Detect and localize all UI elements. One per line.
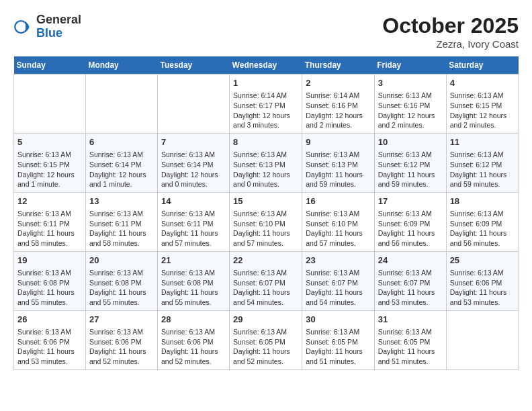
calendar-cell: 27Sunrise: 6:13 AM Sunset: 6:06 PM Dayli…	[85, 310, 157, 369]
day-number: 26	[17, 314, 82, 326]
day-header-wednesday: Wednesday	[230, 56, 302, 75]
day-info: Sunrise: 6:13 AM Sunset: 6:11 PM Dayligh…	[89, 209, 154, 248]
day-number: 11	[450, 136, 515, 148]
calendar-cell: 19Sunrise: 6:13 AM Sunset: 6:08 PM Dayli…	[14, 251, 86, 310]
day-info: Sunrise: 6:13 AM Sunset: 6:06 PM Dayligh…	[89, 327, 154, 367]
calendar-cell: 21Sunrise: 6:13 AM Sunset: 6:08 PM Dayli…	[157, 251, 229, 310]
calendar-week-4: 19Sunrise: 6:13 AM Sunset: 6:08 PM Dayli…	[14, 251, 519, 310]
day-number: 28	[161, 314, 226, 326]
day-number: 3	[378, 77, 443, 89]
calendar-table: SundayMondayTuesdayWednesdayThursdayFrid…	[13, 56, 519, 370]
day-header-saturday: Saturday	[446, 56, 518, 75]
calendar-week-2: 5Sunrise: 6:13 AM Sunset: 6:15 PM Daylig…	[14, 133, 519, 192]
day-number: 10	[378, 136, 443, 148]
day-number: 7	[161, 136, 226, 148]
calendar-cell: 29Sunrise: 6:13 AM Sunset: 6:05 PM Dayli…	[230, 310, 302, 369]
day-number: 19	[17, 255, 82, 267]
calendar-cell	[14, 75, 86, 134]
day-header-friday: Friday	[374, 56, 446, 75]
day-number: 2	[306, 77, 370, 89]
day-info: Sunrise: 6:13 AM Sunset: 6:07 PM Dayligh…	[306, 268, 370, 308]
day-info: Sunrise: 6:13 AM Sunset: 6:11 PM Dayligh…	[17, 209, 82, 248]
calendar-cell: 6Sunrise: 6:13 AM Sunset: 6:14 PM Daylig…	[85, 133, 157, 192]
logo-icon	[13, 17, 34, 37]
day-number: 1	[233, 77, 298, 89]
day-number: 15	[233, 195, 298, 208]
svg-point-0	[15, 21, 27, 33]
day-info: Sunrise: 6:13 AM Sunset: 6:13 PM Dayligh…	[306, 150, 370, 189]
day-number: 31	[378, 314, 443, 326]
day-info: Sunrise: 6:13 AM Sunset: 6:08 PM Dayligh…	[17, 268, 82, 308]
calendar-cell: 5Sunrise: 6:13 AM Sunset: 6:15 PM Daylig…	[14, 133, 86, 192]
day-number: 23	[306, 255, 370, 267]
day-info: Sunrise: 6:13 AM Sunset: 6:15 PM Dayligh…	[450, 91, 515, 130]
day-number: 21	[161, 255, 226, 267]
day-number: 5	[17, 136, 82, 148]
calendar-cell: 28Sunrise: 6:13 AM Sunset: 6:06 PM Dayli…	[157, 310, 229, 369]
calendar-cell: 11Sunrise: 6:13 AM Sunset: 6:12 PM Dayli…	[446, 133, 518, 192]
calendar-cell: 25Sunrise: 6:13 AM Sunset: 6:06 PM Dayli…	[446, 251, 518, 310]
calendar-cell: 9Sunrise: 6:13 AM Sunset: 6:13 PM Daylig…	[302, 133, 374, 192]
day-number: 25	[450, 255, 515, 267]
logo-text: General Blue	[36, 13, 81, 40]
day-info: Sunrise: 6:13 AM Sunset: 6:09 PM Dayligh…	[450, 209, 515, 248]
calendar-week-5: 26Sunrise: 6:13 AM Sunset: 6:06 PM Dayli…	[14, 310, 519, 369]
day-number: 29	[233, 314, 298, 326]
day-info: Sunrise: 6:13 AM Sunset: 6:08 PM Dayligh…	[161, 268, 226, 308]
calendar-cell: 17Sunrise: 6:13 AM Sunset: 6:09 PM Dayli…	[374, 192, 446, 251]
day-number: 22	[233, 255, 298, 267]
calendar-cell	[85, 75, 157, 134]
logo: General Blue	[13, 13, 81, 40]
calendar-cell: 30Sunrise: 6:13 AM Sunset: 6:05 PM Dayli…	[302, 310, 374, 369]
day-info: Sunrise: 6:13 AM Sunset: 6:08 PM Dayligh…	[89, 268, 154, 308]
calendar-cell: 4Sunrise: 6:13 AM Sunset: 6:15 PM Daylig…	[446, 75, 518, 134]
calendar-cell: 12Sunrise: 6:13 AM Sunset: 6:11 PM Dayli…	[14, 192, 86, 251]
day-number: 14	[161, 195, 226, 208]
day-number: 8	[233, 136, 298, 148]
calendar-cell: 8Sunrise: 6:13 AM Sunset: 6:13 PM Daylig…	[230, 133, 302, 192]
calendar-cell: 1Sunrise: 6:14 AM Sunset: 6:17 PM Daylig…	[230, 75, 302, 134]
day-info: Sunrise: 6:13 AM Sunset: 6:15 PM Dayligh…	[17, 150, 82, 189]
calendar-cell: 20Sunrise: 6:13 AM Sunset: 6:08 PM Dayli…	[85, 251, 157, 310]
day-number: 18	[450, 195, 515, 208]
day-number: 27	[89, 314, 154, 326]
location: Zezra, Ivory Coast	[382, 38, 519, 50]
calendar-cell: 22Sunrise: 6:13 AM Sunset: 6:07 PM Dayli…	[230, 251, 302, 310]
day-number: 30	[306, 314, 370, 326]
day-info: Sunrise: 6:14 AM Sunset: 6:16 PM Dayligh…	[306, 91, 370, 130]
month-title: October 2025	[382, 13, 519, 38]
day-header-monday: Monday	[85, 56, 157, 75]
calendar-cell: 26Sunrise: 6:13 AM Sunset: 6:06 PM Dayli…	[14, 310, 86, 369]
calendar-cell: 24Sunrise: 6:13 AM Sunset: 6:07 PM Dayli…	[374, 251, 446, 310]
day-info: Sunrise: 6:13 AM Sunset: 6:12 PM Dayligh…	[450, 150, 515, 189]
day-number: 13	[89, 195, 154, 208]
calendar-cell: 23Sunrise: 6:13 AM Sunset: 6:07 PM Dayli…	[302, 251, 374, 310]
day-info: Sunrise: 6:13 AM Sunset: 6:14 PM Dayligh…	[161, 150, 226, 189]
logo-blue: Blue	[36, 27, 81, 40]
day-info: Sunrise: 6:14 AM Sunset: 6:17 PM Dayligh…	[233, 91, 298, 130]
calendar-cell: 14Sunrise: 6:13 AM Sunset: 6:11 PM Dayli…	[157, 192, 229, 251]
day-info: Sunrise: 6:13 AM Sunset: 6:11 PM Dayligh…	[161, 209, 226, 248]
day-info: Sunrise: 6:13 AM Sunset: 6:06 PM Dayligh…	[450, 268, 515, 308]
calendar-cell: 15Sunrise: 6:13 AM Sunset: 6:10 PM Dayli…	[230, 192, 302, 251]
month-info: October 2025 Zezra, Ivory Coast	[382, 13, 519, 50]
day-number: 12	[17, 195, 82, 208]
calendar-cell: 10Sunrise: 6:13 AM Sunset: 6:12 PM Dayli…	[374, 133, 446, 192]
calendar-cell: 2Sunrise: 6:14 AM Sunset: 6:16 PM Daylig…	[302, 75, 374, 134]
day-number: 16	[306, 195, 370, 208]
day-number: 9	[306, 136, 370, 148]
day-info: Sunrise: 6:13 AM Sunset: 6:12 PM Dayligh…	[378, 150, 443, 189]
day-number: 24	[378, 255, 443, 267]
calendar-cell: 31Sunrise: 6:13 AM Sunset: 6:05 PM Dayli…	[374, 310, 446, 369]
day-info: Sunrise: 6:13 AM Sunset: 6:05 PM Dayligh…	[378, 327, 443, 367]
day-header-thursday: Thursday	[302, 56, 374, 75]
calendar-week-3: 12Sunrise: 6:13 AM Sunset: 6:11 PM Dayli…	[14, 192, 519, 251]
day-number: 4	[450, 77, 515, 89]
day-info: Sunrise: 6:13 AM Sunset: 6:13 PM Dayligh…	[233, 150, 298, 189]
calendar-week-1: 1Sunrise: 6:14 AM Sunset: 6:17 PM Daylig…	[14, 75, 519, 134]
calendar-cell	[157, 75, 229, 134]
day-number: 6	[89, 136, 154, 148]
day-info: Sunrise: 6:13 AM Sunset: 6:06 PM Dayligh…	[17, 327, 82, 367]
calendar-cell: 16Sunrise: 6:13 AM Sunset: 6:10 PM Dayli…	[302, 192, 374, 251]
page-header: General Blue October 2025 Zezra, Ivory C…	[13, 13, 519, 50]
